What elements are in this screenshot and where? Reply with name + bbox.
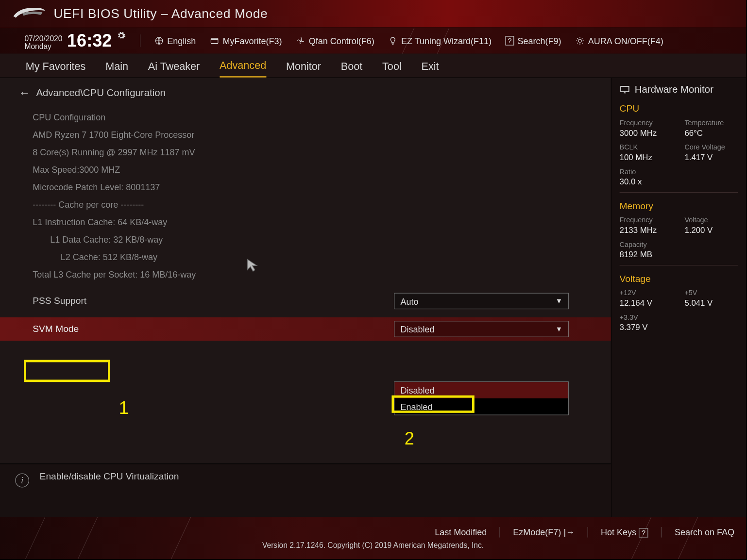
annotation-number-1: 1 bbox=[119, 398, 129, 418]
svg-point-2 bbox=[300, 40, 301, 41]
svm-label: SVM Mode bbox=[33, 324, 394, 334]
tab-boot[interactable]: Boot bbox=[341, 61, 362, 78]
monitor-icon bbox=[620, 85, 630, 94]
breadcrumb[interactable]: ← Advanced\CPU Configuration bbox=[0, 78, 611, 105]
eztuning-button[interactable]: EZ Tuning Wizard(F11) bbox=[389, 36, 492, 46]
aura-icon bbox=[575, 36, 584, 45]
rog-logo-icon bbox=[12, 4, 47, 23]
date-text: 07/20/2020 bbox=[24, 35, 62, 43]
svg-rect-1 bbox=[211, 38, 218, 43]
qfan-button[interactable]: Qfan Control(F6) bbox=[296, 36, 374, 46]
app-title: UEFI BIOS Utility – Advanced Mode bbox=[53, 6, 268, 21]
pss-select[interactable]: Auto▼ bbox=[394, 293, 569, 310]
section-cpu: CPU bbox=[620, 104, 738, 115]
search-icon: ? bbox=[506, 36, 514, 45]
annotation-box-2 bbox=[391, 395, 474, 413]
hw-monitor-title: Hardware Monitor bbox=[620, 84, 738, 96]
cursor-icon bbox=[245, 257, 260, 275]
nav-tabs: My Favorites Main Ai Tweaker Advanced Mo… bbox=[0, 53, 746, 78]
aura-button[interactable]: AURA ON/OFF(F4) bbox=[575, 36, 663, 46]
info-icon: i bbox=[15, 474, 29, 488]
svg-rect-4 bbox=[621, 86, 629, 92]
bulb-icon bbox=[389, 36, 398, 45]
annotation-number-2: 2 bbox=[405, 428, 414, 448]
section-voltage: Voltage bbox=[620, 274, 738, 284]
tab-monitor[interactable]: Monitor bbox=[286, 61, 321, 78]
last-modified-button[interactable]: Last Modified bbox=[435, 527, 487, 537]
hotkeys-button[interactable]: Hot Keys? bbox=[601, 527, 648, 537]
footer-bar: Last Modified EzMode(F7) |→ Hot Keys? Se… bbox=[0, 517, 746, 559]
datetime-display: 07/20/2020 Monday 16:32 bbox=[24, 31, 126, 51]
search-faq-button[interactable]: Search on FAQ bbox=[675, 527, 734, 537]
help-bar: i Enable/disable CPU Virtualization bbox=[0, 463, 611, 517]
annotation-box-1 bbox=[24, 360, 110, 382]
chevron-down-icon: ▼ bbox=[556, 297, 562, 305]
gear-icon[interactable] bbox=[117, 31, 126, 42]
ezmode-button[interactable]: EzMode(F7) |→ bbox=[513, 527, 575, 537]
section-memory: Memory bbox=[620, 201, 738, 212]
search-button[interactable]: ? Search(F9) bbox=[506, 36, 561, 46]
setting-pss-support[interactable]: PSS Support Auto▼ bbox=[0, 289, 611, 313]
fan-icon bbox=[296, 36, 305, 45]
chevron-down-icon: ▼ bbox=[556, 325, 562, 333]
folder-icon bbox=[210, 36, 219, 45]
tab-exit[interactable]: Exit bbox=[422, 61, 439, 78]
time-text: 16:32 bbox=[67, 31, 112, 51]
tab-myfavorites[interactable]: My Favorites bbox=[26, 61, 86, 78]
language-button[interactable]: English bbox=[154, 36, 196, 46]
copyright-text: Version 2.17.1246. Copyright (C) 2019 Am… bbox=[12, 541, 734, 549]
tab-advanced[interactable]: Advanced bbox=[220, 59, 266, 77]
svg-point-3 bbox=[578, 39, 581, 42]
tab-main[interactable]: Main bbox=[105, 61, 128, 78]
myfavorite-button[interactable]: MyFavorite(F3) bbox=[210, 36, 282, 46]
breadcrumb-text: Advanced\CPU Configuration bbox=[36, 87, 165, 99]
globe-icon bbox=[154, 36, 164, 45]
hardware-monitor-panel: Hardware Monitor CPU Frequency3000 MHz T… bbox=[611, 78, 746, 517]
setting-svm-mode[interactable]: SVM Mode Disabled▼ bbox=[0, 317, 611, 341]
help-text: Enable/disable CPU Virtualization bbox=[40, 471, 179, 482]
back-arrow-icon[interactable]: ← bbox=[18, 86, 30, 100]
tab-tool[interactable]: Tool bbox=[382, 61, 402, 78]
switch-icon: |→ bbox=[561, 527, 575, 537]
day-text: Monday bbox=[24, 43, 62, 50]
svm-select[interactable]: Disabled▼ bbox=[394, 321, 569, 337]
tab-aitweaker[interactable]: Ai Tweaker bbox=[148, 61, 200, 78]
pss-label: PSS Support bbox=[33, 296, 394, 307]
cpu-info-block: CPU Configuration AMD Ryzen 7 1700 Eight… bbox=[0, 105, 611, 285]
